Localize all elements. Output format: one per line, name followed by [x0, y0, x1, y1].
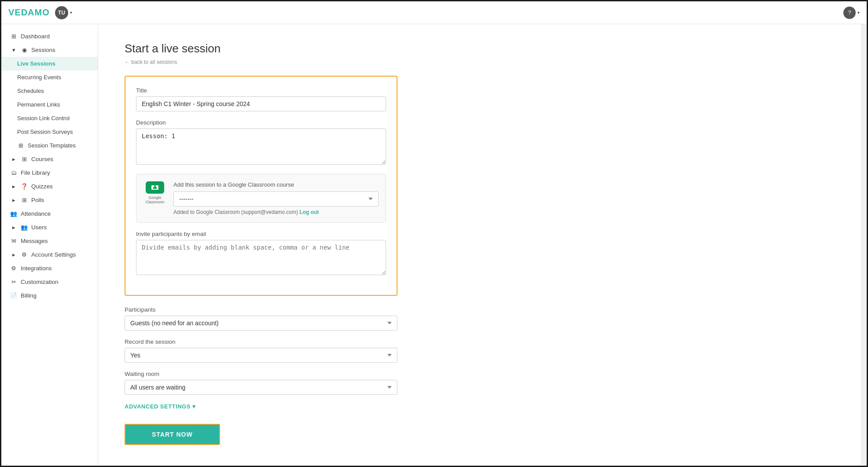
page-title: Start a live session	[125, 42, 835, 55]
google-classroom-block: Google Classroom Add this session to a G…	[136, 174, 386, 223]
users-label: Users	[31, 224, 47, 231]
sidebar-item-customization[interactable]: ✂ Customization	[1, 275, 98, 289]
google-classroom-icon-label: Google Classroom	[143, 195, 166, 204]
messages-icon: ✉	[10, 238, 17, 244]
sidebar-item-polls[interactable]: ▸ ⊞ Polls	[1, 193, 98, 207]
account-settings-label: Account Settings	[31, 251, 76, 258]
description-label: Description	[136, 119, 386, 126]
attendance-icon: 👥	[10, 210, 17, 217]
post-session-surveys-label: Post Session Surveys	[17, 129, 73, 135]
messages-label: Messages	[21, 238, 48, 244]
customization-icon: ✂	[10, 279, 17, 285]
schedules-label: Schedules	[17, 88, 44, 94]
user-badge[interactable]: TU	[55, 6, 68, 19]
google-classroom-content: Add this session to a Google Classroom c…	[173, 181, 379, 215]
session-templates-icon: ⊞	[17, 142, 24, 149]
waiting-room-group: Waiting room All users are waiting No wa…	[125, 371, 397, 395]
svg-point-3	[154, 185, 156, 187]
courses-expand-icon: ▸	[10, 156, 17, 162]
sidebar-item-session-link-control[interactable]: Session Link Control	[1, 111, 98, 125]
live-sessions-label: Live Sessions	[17, 60, 55, 67]
sidebar-item-account-settings[interactable]: ▸ ⚙ Account Settings	[1, 248, 98, 261]
sidebar-item-schedules[interactable]: Schedules	[1, 84, 98, 98]
start-now-button[interactable]: START NOW	[125, 424, 220, 445]
file-library-label: File Library	[21, 169, 50, 176]
advanced-settings-link[interactable]: ADVANCED SETTINGS ▾	[125, 403, 195, 410]
back-link[interactable]: ← back to all sessions	[125, 59, 835, 65]
sidebar-item-messages[interactable]: ✉ Messages	[1, 234, 98, 248]
account-settings-icon: ⚙	[21, 251, 28, 258]
title-input[interactable]	[136, 96, 386, 111]
sidebar-item-live-sessions[interactable]: Live Sessions	[1, 57, 98, 70]
advanced-settings-caret-icon: ▾	[192, 403, 196, 410]
polls-label: Polls	[31, 197, 44, 203]
account-settings-expand-icon: ▸	[10, 251, 17, 258]
quizzes-expand-icon: ▸	[10, 183, 17, 190]
session-templates-label: Session Templates	[28, 142, 76, 149]
google-classroom-icon	[146, 181, 164, 194]
google-classroom-icon-container: Google Classroom	[143, 181, 166, 204]
content-area: Start a live session ← back to all sessi…	[98, 24, 861, 466]
help-icon[interactable]: ?	[843, 7, 856, 19]
dashboard-label: Dashboard	[21, 33, 50, 40]
invite-textarea[interactable]	[136, 240, 386, 275]
courses-label: Courses	[31, 156, 53, 162]
sidebar-item-post-session-surveys[interactable]: Post Session Surveys	[1, 125, 98, 139]
description-textarea[interactable]: Lesson: 1	[136, 129, 386, 165]
users-icon: 👥	[21, 224, 28, 231]
participants-group: Participants Guests (no need for an acco…	[125, 306, 397, 331]
google-classroom-logout-link[interactable]: Log out	[299, 209, 319, 215]
advanced-settings-label: ADVANCED SETTINGS	[125, 403, 191, 410]
integrations-label: Integrations	[21, 265, 52, 272]
right-scrollbar[interactable]	[861, 24, 867, 466]
billing-label: Billing	[21, 292, 37, 299]
top-header: VEDAMO TU ▾ ? ▾	[1, 1, 867, 24]
google-classroom-added-text: Added to Google Classroom (support@vedam…	[173, 209, 379, 215]
svg-rect-2	[153, 187, 157, 189]
sidebar: ⊞ Dashboard ▾ ◉ Sessions Live Sessions R…	[1, 24, 98, 466]
recurring-events-label: Recurring Events	[17, 74, 61, 81]
help-dropdown[interactable]: ? ▾	[843, 7, 860, 19]
sidebar-item-attendance[interactable]: 👥 Attendance	[1, 207, 98, 221]
title-group: Title	[136, 87, 386, 111]
sidebar-item-recurring-events[interactable]: Recurring Events	[1, 70, 98, 84]
participants-select[interactable]: Guests (no need for an account) Register…	[125, 316, 397, 331]
sessions-label: Sessions	[31, 47, 55, 53]
sidebar-item-session-templates[interactable]: ⊞ Session Templates	[1, 139, 98, 152]
sessions-collapse-icon: ▾	[10, 47, 17, 53]
waiting-room-select[interactable]: All users are waiting No waiting room	[125, 380, 397, 395]
sidebar-item-integrations[interactable]: ⚙ Integrations	[1, 261, 98, 275]
sidebar-item-courses[interactable]: ▸ ⊞ Courses	[1, 152, 98, 166]
header-right: ? ▾	[843, 7, 860, 19]
description-group: Description Lesson: 1	[136, 119, 386, 166]
billing-icon: 📄	[10, 292, 17, 299]
user-dropdown[interactable]: TU ▾	[55, 6, 72, 19]
integrations-icon: ⚙	[10, 265, 17, 272]
main-layout: ⊞ Dashboard ▾ ◉ Sessions Live Sessions R…	[1, 24, 867, 466]
sessions-icon: ◉	[21, 47, 28, 53]
google-classroom-select[interactable]: -------	[173, 191, 379, 206]
quizzes-label: Quizzes	[31, 183, 53, 190]
sidebar-item-permanent-links[interactable]: Permanent Links	[1, 98, 98, 111]
sidebar-item-quizzes[interactable]: ▸ ❓ Quizzes	[1, 180, 98, 193]
waiting-room-label: Waiting room	[125, 371, 397, 377]
dashboard-icon: ⊞	[10, 33, 17, 40]
sidebar-item-sessions[interactable]: ▾ ◉ Sessions	[1, 43, 98, 57]
app-wrapper: VEDAMO TU ▾ ? ▾ ⊞ Dashboard ▾ ◉ Sessions	[0, 0, 868, 467]
sidebar-item-users[interactable]: ▸ 👥 Users	[1, 221, 98, 234]
participants-label: Participants	[125, 306, 397, 313]
help-caret-icon: ▾	[857, 10, 860, 15]
sidebar-item-dashboard[interactable]: ⊞ Dashboard	[1, 29, 98, 43]
header-left: VEDAMO TU ▾	[8, 6, 72, 19]
sidebar-item-file-library[interactable]: 🗂 File Library	[1, 166, 98, 180]
invite-group: Invite participants by email	[136, 231, 386, 276]
record-select[interactable]: Yes No	[125, 348, 397, 363]
customization-label: Customization	[21, 279, 59, 285]
record-label: Record the session	[125, 338, 397, 345]
sidebar-item-billing[interactable]: 📄 Billing	[1, 289, 98, 302]
record-group: Record the session Yes No	[125, 338, 397, 363]
user-caret-icon: ▾	[70, 10, 72, 15]
attendance-label: Attendance	[21, 210, 51, 217]
google-classroom-title: Add this session to a Google Classroom c…	[173, 181, 379, 188]
logo: VEDAMO	[8, 7, 50, 18]
